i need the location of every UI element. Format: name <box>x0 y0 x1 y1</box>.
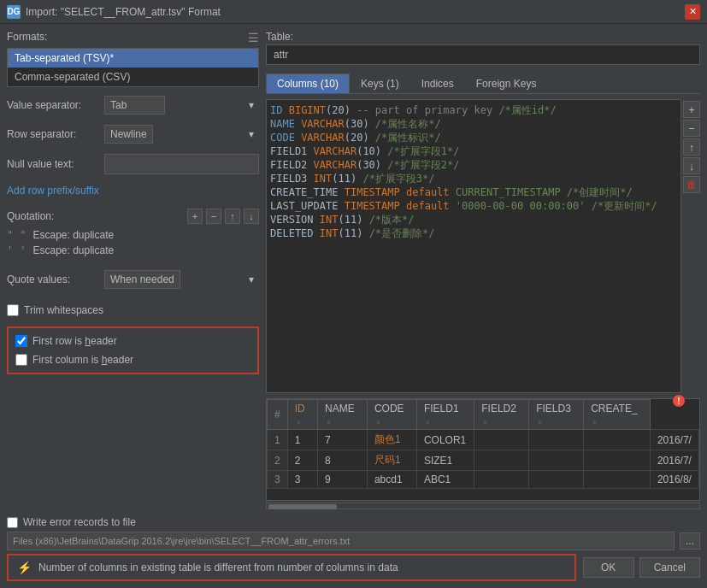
first-col-header-checkbox[interactable] <box>15 354 27 366</box>
lightning-icon: ⚡ <box>17 561 32 574</box>
quotation-down-btn[interactable]: ↓ <box>244 209 259 224</box>
quotation-remove-btn[interactable]: − <box>206 209 221 224</box>
table-name-section: Table: <box>266 31 700 68</box>
quotation-section: Quotation: + − ↑ ↓ " " Escape: duplicate… <box>7 209 259 258</box>
quotation-add-btn[interactable]: + <box>187 209 203 224</box>
preview-table: # ID ⬦ NAME ⬦ CODE ⬦ FIELD1 ⬦ FIELD2 ⬦ F… <box>267 399 699 489</box>
col-field3: FIELD3 ⬦ <box>529 400 584 430</box>
null-value-row: Null value text: <box>7 154 259 174</box>
quote-open-1: ' <box>7 244 13 256</box>
tab-foreign-keys[interactable]: Foreign Keys <box>465 74 548 93</box>
left-panel: Formats: ☰ Tab-separated (TSV)* Comma-se… <box>7 31 259 509</box>
row-2-field3 <box>584 471 651 489</box>
warning-text: Number of columns in existing table is d… <box>38 562 566 573</box>
close-button[interactable]: ✕ <box>685 4 700 20</box>
table-label: Table: <box>266 31 700 43</box>
formats-icon: ☰ <box>248 31 259 44</box>
quote-values-row: Quote values: When needed Always Never <box>7 270 259 289</box>
row-2-num: 3 <box>287 471 317 489</box>
table-row: 1 1 7 颜色1 COLOR1 2016/7/ <box>268 430 699 450</box>
row-1-create: 2016/7/ <box>650 450 698 471</box>
col-code: CODE ⬦ <box>367 400 416 430</box>
null-value-input[interactable] <box>104 154 259 174</box>
tab-keys[interactable]: Keys (1) <box>350 74 410 93</box>
row-separator-row: Row separator: Newline \r\n \r <box>7 125 259 144</box>
quote-values-select[interactable]: When needed Always Never <box>104 270 180 289</box>
sql-line-7: LAST_UPDATE TIMESTAMP default '0000-00-0… <box>270 199 677 213</box>
value-separator-wrapper: Tab Comma Semicolon <box>104 96 259 115</box>
sql-up-btn[interactable]: ↑ <box>683 138 700 156</box>
window-title: Import: "SELECT__FROM_attr.tsv" Format <box>26 6 221 18</box>
main-container: Formats: ☰ Tab-separated (TSV)* Comma-se… <box>0 24 707 588</box>
quotation-label: Quotation: <box>7 210 184 222</box>
sql-down-btn[interactable]: ↓ <box>683 157 700 174</box>
row-num-1: 2 <box>268 450 288 471</box>
row-0-code: COLOR1 <box>416 430 474 450</box>
cancel-button[interactable]: Cancel <box>639 557 700 578</box>
row-2-id: 9 <box>317 471 367 489</box>
row-2-field2 <box>529 471 584 489</box>
write-error-checkbox[interactable] <box>7 517 18 528</box>
file-path-row: ... <box>7 532 700 550</box>
first-row-header-checkbox[interactable] <box>15 335 27 347</box>
warning-action-row: ⚡ Number of columns in existing table is… <box>7 554 700 581</box>
sql-line-2: CODE VARCHAR(20) /*属性标识*/ <box>270 131 677 144</box>
highlighted-section: First row is header First column is head… <box>7 326 259 374</box>
col-hash: # <box>268 400 288 430</box>
preview-section: ! # ID ⬦ NAME ⬦ CODE ⬦ FIELD1 ⬦ FIELD2 ⬦ <box>266 398 700 509</box>
trim-whitespaces-row: Trim whitespaces <box>7 301 259 320</box>
tab-indices[interactable]: Indices <box>410 74 465 93</box>
sql-line-8: VERSION INT(11) /*版本*/ <box>270 213 677 226</box>
row-0-field2 <box>529 430 584 450</box>
row-0-num: 1 <box>287 430 317 450</box>
row-1-name: 尺码1 <box>367 450 416 471</box>
sql-add-btn[interactable]: + <box>683 101 700 118</box>
sql-delete-btn[interactable]: 🗑 <box>683 176 700 193</box>
row-1-id: 8 <box>317 450 367 471</box>
first-row-header-row: First row is header <box>15 332 250 350</box>
formats-list: Tab-separated (TSV)* Comma-separated (CS… <box>7 48 259 87</box>
ok-button[interactable]: OK <box>583 557 634 578</box>
trim-whitespaces-label: Trim whitespaces <box>24 304 103 316</box>
quote-escape-1: Escape: duplicate <box>32 244 114 256</box>
first-row-header-label: First row is header <box>32 335 117 347</box>
row-num-0: 1 <box>268 430 288 450</box>
add-row-link-wrapper: Add row prefix/suffix <box>7 185 259 197</box>
quotation-up-btn[interactable]: ↑ <box>225 209 240 224</box>
sql-line-6: CREATE_TIME TIMESTAMP default CURRENT_TI… <box>270 185 677 199</box>
row-1-num: 2 <box>287 450 317 471</box>
sql-line-4: FIELD2 VARCHAR(30) /*扩展字段2*/ <box>270 158 677 172</box>
warning-bar: ⚡ Number of columns in existing table is… <box>7 554 576 581</box>
sql-remove-btn[interactable]: − <box>683 120 700 137</box>
row-0-create: 2016/7/ <box>650 430 698 450</box>
col-name: NAME ⬦ <box>317 400 367 430</box>
format-item-tsv[interactable]: Tab-separated (TSV)* <box>8 49 258 68</box>
row-2-code: ABC1 <box>416 471 474 489</box>
formats-header: Formats: ☰ <box>7 31 259 44</box>
col-field2: FIELD2 ⬦ <box>474 400 529 430</box>
col-field1: FIELD1 ⬦ <box>416 400 474 430</box>
preview-table-wrapper: # ID ⬦ NAME ⬦ CODE ⬦ FIELD1 ⬦ FIELD2 ⬦ F… <box>266 398 700 501</box>
tabs-bar: Columns (10) Keys (1) Indices Foreign Ke… <box>266 74 700 94</box>
tab-columns[interactable]: Columns (10) <box>266 74 350 93</box>
quote-values-wrapper: When needed Always Never <box>104 270 259 289</box>
row-separator-label: Row separator: <box>7 128 101 140</box>
trim-whitespaces-checkbox[interactable] <box>7 304 19 316</box>
row-separator-wrapper: Newline \r\n \r <box>104 125 259 144</box>
quote-close-1: ' <box>20 244 26 256</box>
file-path-input[interactable] <box>7 532 675 550</box>
horizontal-scrollbar[interactable] <box>266 503 700 509</box>
add-row-link[interactable]: Add row prefix/suffix <box>7 185 99 197</box>
browse-button[interactable]: ... <box>680 532 700 550</box>
row-separator-select[interactable]: Newline \r\n \r <box>104 125 153 144</box>
quote-close-0: " <box>20 229 26 241</box>
row-0-field3 <box>584 430 651 450</box>
value-separator-select[interactable]: Tab Comma Semicolon <box>104 96 165 115</box>
value-separator-row: Value separator: Tab Comma Semicolon <box>7 96 259 115</box>
table-name-input[interactable] <box>266 44 700 65</box>
quote-escape-0: Escape: duplicate <box>32 229 114 241</box>
table-row: 2 2 8 尺码1 SIZE1 2016/7/ <box>268 450 699 471</box>
quote-row-0: " " Escape: duplicate <box>7 227 259 243</box>
first-col-header-row: First column is header <box>15 350 250 369</box>
format-item-csv[interactable]: Comma-separated (CSV) <box>8 68 258 86</box>
